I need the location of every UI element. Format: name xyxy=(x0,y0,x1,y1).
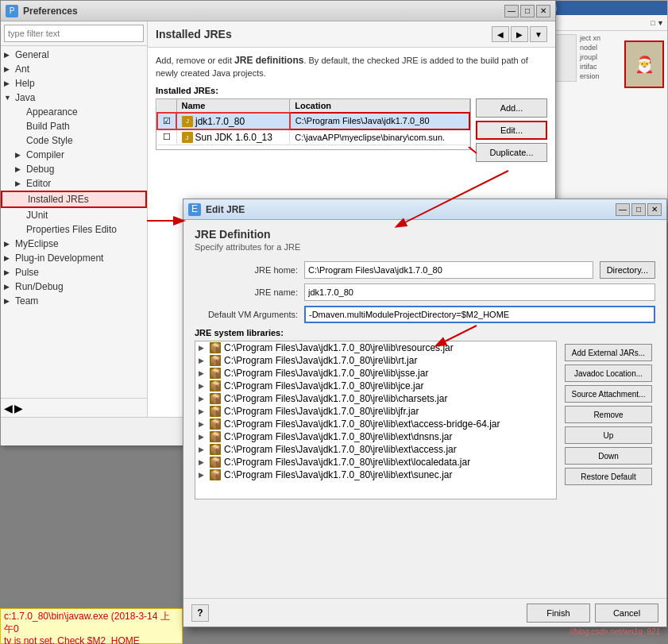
jar-icon: 📦 xyxy=(210,444,221,455)
list-item[interactable]: ▶ 📦 C:\Program Files\Java\jdk1.7.0_80\jr… xyxy=(195,469,556,481)
dialog-footer: ? Finish Cancel xyxy=(183,598,666,627)
row-checkbox[interactable]: ☐ xyxy=(157,129,176,145)
expand-arrow: ▶ xyxy=(15,179,23,187)
nav-forward-btn[interactable]: ▶ xyxy=(511,26,528,42)
col-location: Location xyxy=(290,99,469,113)
nav-menu-btn[interactable]: ▼ xyxy=(530,26,547,42)
nav-back-btn[interactable]: ◀ xyxy=(492,26,509,42)
minimize-button[interactable]: — xyxy=(504,5,519,17)
sidebar-forward[interactable]: ▶ xyxy=(14,402,23,415)
sidebar-item-ant[interactable]: ▶ Ant xyxy=(1,62,147,76)
table-row[interactable]: ☐ J Sun JDK 1.6.0_13 C:\javaAPP\myeclips… xyxy=(157,129,469,145)
remove-btn[interactable]: Remove xyxy=(565,406,652,423)
duplicate-button[interactable]: Duplicate... xyxy=(476,143,547,162)
sidebar-item-appearance[interactable]: Appearance xyxy=(1,105,147,119)
jre-home-input[interactable] xyxy=(304,261,593,279)
libs-actions: Add External JARs... Javadoc Location...… xyxy=(562,341,655,499)
dialog-close[interactable]: ✕ xyxy=(647,203,662,216)
default-vm-input[interactable] xyxy=(304,306,655,323)
list-item[interactable]: ▶ 📦 C:\Program Files\Java\jdk1.7.0_80\jr… xyxy=(195,392,556,405)
lib-path: C:\Program Files\Java\jdk1.7.0_80\jre\li… xyxy=(224,406,419,417)
list-item[interactable]: ▶ 📦 C:\Program Files\Java\jdk1.7.0_80\jr… xyxy=(195,367,556,380)
sidebar-label-code-style: Code Style xyxy=(26,135,73,146)
jre-sys-libs-label: JRE system libraries: xyxy=(195,328,655,337)
jre-home-row: JRE home: Directory... xyxy=(195,261,655,279)
sidebar-tree: ▶ General ▶ Ant ▶ Help ▼ Java Appeara xyxy=(1,46,147,398)
default-vm-row: Default VM Arguments: xyxy=(195,306,655,323)
jre-name-input[interactable] xyxy=(304,283,655,301)
javadoc-location-btn[interactable]: Javadoc Location... xyxy=(565,364,652,382)
cancel-button[interactable]: Cancel xyxy=(595,604,658,623)
edit-button[interactable]: Edit... xyxy=(476,121,547,140)
table-row[interactable]: ☑ J jdk1.7.0_80 C:\Program Files\Java\jd… xyxy=(157,113,469,129)
sidebar-item-general[interactable]: ▶ General xyxy=(1,48,147,62)
expand-arrow: ▶ xyxy=(4,268,12,276)
list-item[interactable]: ▶ 📦 C:\Program Files\Java\jdk1.7.0_80\jr… xyxy=(195,354,556,367)
filter-input[interactable] xyxy=(4,25,144,42)
list-item[interactable]: ▶ 📦 C:\Program Files\Java\jdk1.7.0_80\jr… xyxy=(195,456,556,469)
sidebar-item-debug[interactable]: ▶ Debug xyxy=(1,162,147,176)
sidebar-label-help: Help xyxy=(15,78,35,89)
sidebar-item-pulse[interactable]: ▶ Pulse xyxy=(1,265,147,280)
finish-button[interactable]: Finish xyxy=(527,604,590,623)
add-button[interactable]: Add... xyxy=(476,98,547,118)
sidebar-item-build-path[interactable]: Build Path xyxy=(1,119,147,133)
libs-list-wrap: ▶ 📦 C:\Program Files\Java\jdk1.7.0_80\jr… xyxy=(195,341,557,499)
edit-jre-dialog: E Edit JRE — □ ✕ JRE Definition Specify … xyxy=(183,199,667,627)
list-item[interactable]: ▶ 📦 C:\Program Files\Java\jdk1.7.0_80\jr… xyxy=(195,380,556,392)
list-item[interactable]: ▶ 📦 C:\Program Files\Java\jdk1.7.0_80\jr… xyxy=(195,443,556,456)
restore-default-btn[interactable]: Restore Default xyxy=(565,468,652,485)
sidebar-back[interactable]: ◀ xyxy=(4,402,13,415)
preferences-title: Preferences xyxy=(23,6,504,17)
dialog-maximize[interactable]: □ xyxy=(631,203,646,216)
sidebar-label-compiler: Compiler xyxy=(26,149,64,160)
sidebar-item-properties[interactable]: Properties Files Edito xyxy=(1,222,147,237)
sidebar-item-installed-jres[interactable]: Installed JREs xyxy=(1,191,147,208)
list-item[interactable]: ▶ 📦 C:\Program Files\Java\jdk1.7.0_80\jr… xyxy=(195,341,556,354)
sidebar-filter xyxy=(1,21,147,46)
lib-list[interactable]: ▶ 📦 C:\Program Files\Java\jdk1.7.0_80\jr… xyxy=(195,341,557,499)
sidebar-item-plugin-dev[interactable]: ▶ Plug-in Development xyxy=(1,251,147,265)
sidebar-item-compiler[interactable]: ▶ Compiler xyxy=(1,148,147,162)
app-icon: P xyxy=(6,5,18,17)
sidebar-item-run-debug[interactable]: ▶ Run/Debug xyxy=(1,280,147,294)
row-location: C:\javaAPP\myeclipse\binary\com.sun. xyxy=(290,129,469,145)
sidebar-item-team[interactable]: ▶ Team xyxy=(1,294,147,308)
dialog-help[interactable]: ? xyxy=(191,604,209,622)
dialog-body: JRE Definition Specify attributes for a … xyxy=(183,220,666,507)
list-item[interactable]: ▶ 📦 C:\Program Files\Java\jdk1.7.0_80\jr… xyxy=(195,405,556,418)
col-name: Name xyxy=(176,99,290,113)
desc-bold: JRE definitions xyxy=(234,55,303,66)
source-attachment-btn[interactable]: Source Attachment... xyxy=(565,385,652,403)
sidebar-item-help[interactable]: ▶ Help xyxy=(1,76,147,91)
status-bar: c:1.7.0_80\bin\javaw.exe (2018-3-14 上午0 … xyxy=(0,608,183,644)
directory-button[interactable]: Directory... xyxy=(600,261,655,279)
expand-icon: ▶ xyxy=(199,445,207,453)
nav-buttons: ◀ ▶ ▼ xyxy=(492,26,547,42)
sidebar-item-junit[interactable]: JUnit xyxy=(1,208,147,222)
list-item[interactable]: ▶ 📦 C:\Program Files\Java\jdk1.7.0_80\jr… xyxy=(195,418,556,430)
jar-icon: 📦 xyxy=(210,418,221,430)
add-external-jars-btn[interactable]: Add External JARs... xyxy=(565,344,652,361)
down-btn[interactable]: Down xyxy=(565,447,652,465)
list-item[interactable]: ▶ 📦 C:\Program Files\Java\jdk1.7.0_80\jr… xyxy=(195,430,556,443)
maximize-button[interactable]: □ xyxy=(520,5,535,17)
jar-icon: 📦 xyxy=(210,406,221,417)
close-button[interactable]: ✕ xyxy=(536,5,550,17)
sidebar-item-myeclipse[interactable]: ▶ MyEclipse xyxy=(1,237,147,251)
preferences-titlebar: P Preferences — □ ✕ xyxy=(1,1,555,21)
expand-arrow: ▶ xyxy=(4,51,12,59)
jre-buttons: Add... Edit... Duplicate... xyxy=(476,98,547,162)
lib-path: C:\Program Files\Java\jdk1.7.0_80\jre\li… xyxy=(224,368,428,379)
up-btn[interactable]: Up xyxy=(565,426,652,444)
svg-text:E: E xyxy=(191,204,198,214)
jre-table-area: Name Location ☑ J xyxy=(156,98,547,162)
sidebar-label-plugin-dev: Plug-in Development xyxy=(15,253,103,264)
sidebar-item-java[interactable]: ▼ Java xyxy=(1,91,147,105)
sidebar-item-code-style[interactable]: Code Style xyxy=(1,133,147,148)
sidebar-item-editor[interactable]: ▶ Editor xyxy=(1,176,147,191)
lib-path: C:\Program Files\Java\jdk1.7.0_80\jre\li… xyxy=(224,342,454,353)
row-checkbox[interactable]: ☑ xyxy=(157,113,176,129)
jre-table-container: Name Location ☑ J xyxy=(156,98,471,150)
dialog-minimize[interactable]: — xyxy=(616,203,630,216)
